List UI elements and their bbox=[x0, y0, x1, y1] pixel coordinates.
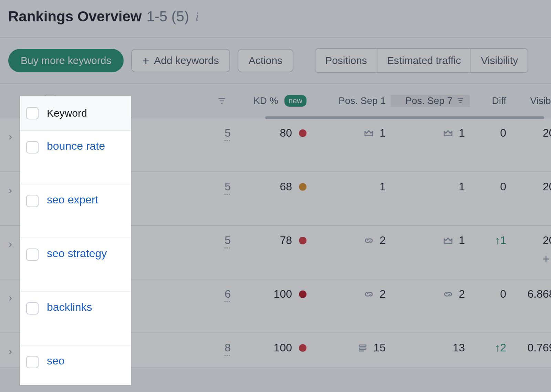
th-kd[interactable]: KD % new bbox=[236, 95, 311, 107]
kd-cell: 100 bbox=[236, 333, 311, 354]
link-icon bbox=[364, 289, 374, 299]
kd-dot-icon bbox=[299, 183, 306, 191]
expand-row-icon[interactable]: › bbox=[0, 118, 21, 142]
keyword-link[interactable]: backlinks bbox=[47, 301, 92, 314]
horizontal-scroll-thumb[interactable] bbox=[265, 116, 544, 119]
kd-dot-icon bbox=[299, 290, 306, 298]
kd-cell: 78 bbox=[236, 226, 311, 247]
sort-icon bbox=[456, 95, 465, 106]
pos1-cell: 2 bbox=[311, 279, 391, 300]
row-checkbox[interactable] bbox=[26, 302, 39, 315]
diff-cell: 0 bbox=[470, 118, 511, 139]
expand-row-icon[interactable]: › bbox=[0, 172, 21, 196]
visibility-cell: 20% bbox=[511, 226, 551, 247]
spotlight-select-all-checkbox[interactable] bbox=[26, 107, 39, 119]
serp-features-count[interactable]: 5 bbox=[225, 127, 231, 139]
kd-cell: 68 bbox=[236, 172, 311, 193]
visibility-cell: 0.769% bbox=[511, 333, 551, 354]
pos1-cell: 15 bbox=[311, 333, 391, 354]
keyword-link[interactable]: seo strategy bbox=[47, 247, 107, 260]
new-badge: new bbox=[284, 95, 306, 107]
buy-more-keywords-button[interactable]: Buy more keywords bbox=[8, 49, 124, 72]
add-keywords-button[interactable]: + Add keywords bbox=[131, 49, 230, 72]
kd-dot-icon bbox=[299, 344, 306, 352]
plus-icon: + bbox=[142, 55, 149, 66]
keyword-link[interactable]: seo expert bbox=[47, 193, 98, 206]
view-tabs: Positions Estimated traffic Visibility bbox=[315, 48, 528, 73]
expand-row-icon[interactable]: › bbox=[0, 226, 21, 250]
diff-cell: 0 bbox=[470, 279, 511, 300]
crown-icon bbox=[443, 128, 453, 138]
keyword-link[interactable]: bounce rate bbox=[47, 140, 105, 152]
row-checkbox[interactable] bbox=[26, 356, 39, 368]
spotlight-row: seo strategy bbox=[20, 238, 131, 292]
add-keywords-label: Add keywords bbox=[154, 55, 219, 66]
serp-features-count[interactable]: 8 bbox=[225, 341, 231, 354]
kd-cell: 100 bbox=[236, 279, 311, 300]
spotlight-keyword-header: Keyword bbox=[47, 107, 87, 119]
spotlight-row: seo bbox=[20, 346, 131, 375]
buy-more-label: Buy more keywords bbox=[21, 55, 111, 66]
row-checkbox[interactable] bbox=[26, 195, 39, 207]
diff-cell: ↑1 bbox=[470, 226, 511, 247]
info-icon[interactable]: i bbox=[195, 9, 199, 24]
th-visibility[interactable]: Visibility bbox=[511, 95, 551, 106]
actions-label: Actions bbox=[249, 55, 282, 66]
kd-cell: 80 bbox=[236, 118, 311, 139]
expand-row-icon[interactable]: › bbox=[0, 333, 21, 357]
page-header: Rankings Overview 1-5 (5) i bbox=[0, 0, 551, 38]
th-pos-sep7[interactable]: Pos. Sep 7 bbox=[391, 95, 470, 106]
spotlight-keyword-column: Keyword bounce rate seo expert seo strat… bbox=[20, 96, 131, 385]
kd-dot-icon bbox=[299, 129, 306, 137]
serp-features-count[interactable]: 5 bbox=[225, 234, 231, 247]
pos2-cell: 2 bbox=[391, 279, 470, 300]
row-checkbox[interactable] bbox=[26, 141, 39, 153]
serp-features-count[interactable]: 6 bbox=[225, 288, 231, 300]
spotlight-row: backlinks bbox=[20, 292, 131, 346]
tab-estimated-traffic[interactable]: Estimated traffic bbox=[377, 49, 471, 72]
visibility-cell: 20% bbox=[511, 172, 551, 193]
pos2-cell: 1 bbox=[391, 226, 470, 247]
tab-positions[interactable]: Positions bbox=[315, 49, 377, 72]
toolbar: Buy more keywords + Add keywords Actions… bbox=[0, 38, 551, 84]
spotlight-row: seo expert bbox=[20, 184, 131, 238]
keyword-link[interactable]: seo bbox=[47, 354, 65, 367]
pos2-cell: 1 bbox=[391, 118, 470, 139]
actions-button[interactable]: Actions bbox=[238, 49, 293, 72]
tab-visibility[interactable]: Visibility bbox=[471, 49, 528, 72]
crown-icon bbox=[364, 128, 374, 138]
th-diff[interactable]: Diff bbox=[470, 95, 511, 106]
page-range: 1-5 (5) bbox=[147, 8, 189, 25]
diff-cell: 0 bbox=[470, 172, 511, 193]
pos2-cell: 1 bbox=[391, 172, 470, 193]
page-title: Rankings Overview bbox=[8, 8, 142, 25]
expand-row-icon[interactable]: › bbox=[0, 279, 21, 304]
add-column-icon[interactable]: + bbox=[542, 252, 550, 266]
row-checkbox[interactable] bbox=[26, 248, 39, 261]
pos1-cell: 1 bbox=[311, 118, 391, 139]
visibility-cell: 6.868% bbox=[511, 279, 551, 300]
spotlight-row: bounce rate bbox=[20, 131, 131, 184]
link-icon bbox=[364, 235, 374, 246]
pos2-cell: 13 bbox=[391, 333, 470, 354]
serp-features-count[interactable]: 5 bbox=[225, 180, 231, 193]
pos1-cell: 2 bbox=[311, 226, 391, 247]
pos1-cell: 1 bbox=[311, 172, 391, 193]
diff-cell: ↑2 bbox=[470, 333, 511, 354]
link-icon bbox=[443, 289, 453, 299]
serp-features-filter-icon[interactable] bbox=[208, 96, 236, 106]
visibility-cell: 20% bbox=[511, 118, 551, 139]
crown-icon bbox=[443, 235, 453, 246]
kd-dot-icon bbox=[299, 237, 306, 244]
serp-icon bbox=[357, 343, 368, 353]
th-pos-sep1[interactable]: Pos. Sep 1 bbox=[311, 95, 391, 106]
